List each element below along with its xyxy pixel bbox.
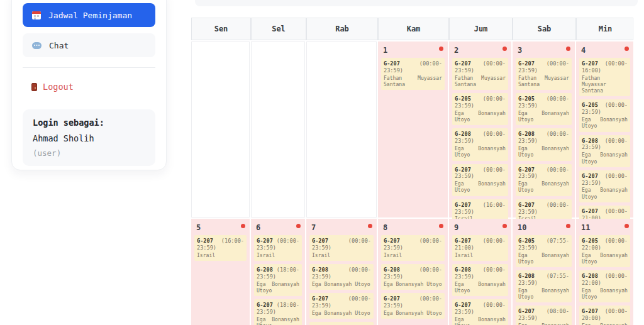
day-events-list: G-207 (00:00-21:00)IsrailG-208 (00:00-23…: [452, 235, 509, 325]
day-events-list: G-207 (00:00-16:00)Fathan Muyassar Santa…: [579, 58, 631, 231]
event[interactable]: G-208 (00:00-23:59)Ega Bonansyah Utoyo: [381, 264, 445, 290]
event[interactable]: G-207 (18:00-23:59)Ega Bonansyah Utoyo: [254, 299, 302, 325]
event-room-time: G-207 (00:00-23:59): [455, 167, 506, 180]
event-room-time: G-205 (00:00-23:59): [582, 102, 628, 116]
event[interactable]: G-205 (00:00-23:59)Ega Bonansyah Utoyo: [452, 93, 508, 125]
event[interactable]: G-207 (00:00-23:59)Israil: [254, 235, 302, 261]
day-cell-8[interactable]: 8G-207 (00:00-23:59)IsrailG-208 (00:00-2…: [378, 219, 448, 325]
event[interactable]: G-207 (00:00-23:59)Ega Bonansyah Utoyo: [452, 299, 508, 325]
event-room: G-207: [312, 238, 328, 244]
day-cell-6[interactable]: 6G-207 (00:00-23:59)IsrailG-208 (18:00-2…: [251, 219, 305, 325]
sidebar-item-jadwal-peminjaman[interactable]: Jadwal Peminjaman: [23, 3, 155, 27]
event-borrower-name: Ega Bonansyah Utoyo: [582, 252, 628, 265]
event-borrower-name: Fathan Muyassar Santana: [455, 75, 506, 88]
day-indicator-dot: [439, 224, 443, 228]
event-borrower-name: Ega Bonansyah Utoyo: [582, 151, 628, 165]
event[interactable]: G-208 (00:00-23:59)Ega Bonansyah Utoyo: [452, 264, 508, 296]
event-room: G-207: [518, 60, 535, 67]
event[interactable]: G-207 (00:00-23:59)Ega Bonansyah Utoyo: [452, 164, 508, 196]
day-number: 11: [581, 223, 590, 232]
event[interactable]: G-207 (00:00-23:59)Ega Bonansyah Utoyo: [579, 170, 630, 202]
event-room: G-205: [455, 96, 471, 102]
day-events-list: G-207 (00:00-23:59)Fathan Muyassar Santa…: [515, 58, 572, 225]
event-room: G-207: [455, 60, 471, 67]
event-room: G-207: [582, 173, 598, 179]
event-borrower-name: Ega Bonansyah Utoyo: [455, 110, 506, 123]
event[interactable]: G-208 (00:00-23:59)Ega Bonansyah Utoyo: [516, 128, 572, 160]
day-cell-1[interactable]: 1G-207 (00:00-23:59)Fathan Muyassar Sant…: [378, 41, 448, 218]
event[interactable]: G-208 (18:00-23:59)Ega Bonansyah Utoyo: [254, 264, 302, 296]
event[interactable]: G-208 (00:00-23:59)Ega Bonansyah Utoyo: [309, 264, 374, 290]
event[interactable]: G-207 (00:00-23:59)Ega Bonansyah Utoyo: [381, 293, 445, 319]
event[interactable]: G-205 (00:00-23:59)Ega Bonansyah Utoyo: [516, 93, 572, 125]
event-room-time: G-208 (00:00-23:59): [582, 138, 628, 151]
day-number: 10: [518, 223, 526, 232]
event[interactable]: G-208 (00:00-22:00)Ega Bonansyah Utoyo: [579, 270, 630, 302]
day-cell-9[interactable]: 9G-207 (00:00-21:00)IsrailG-208 (00:00-2…: [449, 219, 511, 325]
day-cell-10[interactable]: 10G-205 (07:55-23:59)Ega Bonansyah Utoyo…: [513, 219, 575, 325]
event-borrower-name: Ega Bonansyah Utoyo: [518, 110, 569, 123]
day-cell-11[interactable]: 11G-205 (00:00-22:00)Ega Bonansyah Utoyo…: [576, 219, 633, 325]
day-cell-5[interactable]: 5G-207 (16:00-23:59)Israil: [191, 219, 250, 325]
event[interactable]: G-207 (16:00-23:59)Israil: [194, 235, 247, 261]
event-borrower-name: Ega Bonansyah Utoyo: [455, 316, 506, 325]
day-indicator-dot: [625, 47, 629, 51]
day-cell-4[interactable]: 4G-207 (00:00-16:00)Fathan Muyassar Sant…: [576, 41, 633, 218]
event-borrower-name: Fathan Muyassar Santana: [384, 75, 442, 88]
event-room-time: G-207 (00:00-23:59): [518, 202, 569, 216]
event-room: G-205: [582, 102, 598, 108]
event-room: G-208: [518, 273, 535, 279]
event[interactable]: G-207 (00:00-23:59)Fathan Muyassar Santa…: [381, 58, 445, 90]
event[interactable]: G-207 (00:00-20:00)Ega Bonansyah Utoyo: [579, 306, 630, 325]
event[interactable]: G-207 (00:00-21:00)Israil: [452, 235, 508, 261]
weekday-header-sen: Sen: [192, 18, 250, 40]
event-borrower-name: Ega Bonansyah Utoyo: [518, 145, 569, 158]
event-room-time: G-207 (00:00-20:00): [582, 308, 628, 322]
day-cell-empty: [191, 41, 250, 218]
day-cell-header: 4: [579, 44, 631, 58]
event[interactable]: G-207 (08:00-23:59)Ega Bonansyah Utoyo: [516, 306, 572, 325]
event[interactable]: G-208 (00:00-23:59)Ega Bonansyah Utoyo: [452, 128, 508, 160]
day-cell-header: 2: [452, 44, 509, 58]
event[interactable]: G-207 (00:00-23:59)Ega Bonansyah Utoyo: [516, 164, 572, 196]
event[interactable]: G-207 (00:00-23:59)Fathan Muyassar Santa…: [516, 58, 572, 90]
day-events-list: G-207 (00:00-23:59)IsrailG-208 (18:00-23…: [253, 235, 303, 325]
event-room: G-207: [518, 167, 535, 173]
day-number: 8: [383, 223, 387, 232]
event[interactable]: G-207 (00:00-23:59)Israil: [309, 235, 374, 261]
event[interactable]: G-205 (00:00-22:00)Ega Bonansyah Utoyo: [579, 235, 630, 267]
event-borrower-name: Israil: [384, 252, 442, 258]
event[interactable]: G-207 (16:00-00:00): [309, 322, 374, 325]
event[interactable]: G-205 (07:55-23:59)Ega Bonansyah Utoyo: [516, 235, 572, 267]
event[interactable]: G-208 (07:55-23:59)Ega Bonansyah Utoyo: [516, 270, 572, 302]
day-cell-2[interactable]: 2G-207 (00:00-23:59)Fathan Muyassar Sant…: [449, 41, 511, 218]
event[interactable]: G-207 (00:00-23:59)Fathan Muyassar Santa…: [452, 58, 508, 90]
event[interactable]: G-208 (00:00-23:59)Ega Bonansyah Utoyo: [579, 135, 630, 167]
day-cell-3[interactable]: 3G-207 (00:00-23:59)Fathan Muyassar Sant…: [513, 41, 575, 218]
event-room-time: G-208 (00:00-23:59): [384, 267, 442, 280]
event-borrower-name: Israil: [257, 252, 299, 258]
event-room: G-207: [384, 295, 400, 302]
day-cell-7[interactable]: 7G-207 (00:00-23:59)IsrailG-208 (00:00-2…: [306, 219, 377, 325]
day-indicator-dot: [241, 224, 245, 228]
event-borrower-name: Israil: [312, 252, 371, 258]
calendar-week-row: 5G-207 (16:00-23:59)Israil6G-207 (00:00-…: [191, 219, 633, 325]
event[interactable]: G-207 (00:00-16:00)Fathan Muyassar Santa…: [579, 58, 630, 96]
event-borrower-name: Ega Bonansyah Utoyo: [518, 322, 569, 325]
event[interactable]: G-207 (00:00-23:59)Israil: [381, 235, 445, 261]
sidebar-item-chat[interactable]: Chat: [23, 33, 155, 57]
event-borrower-name: Ega Bonansyah Utoyo: [384, 310, 442, 316]
logout-button[interactable]: Logout: [23, 79, 155, 94]
event-room: G-208: [455, 131, 471, 137]
event[interactable]: G-205 (00:00-23:59)Ega Bonansyah Utoyo: [579, 99, 630, 131]
day-number: 1: [383, 46, 387, 55]
event-borrower-name: Ega Bonansyah Utoyo: [518, 287, 569, 300]
day-indicator-dot: [368, 224, 372, 228]
event-room-time: G-207 (00:00-23:59): [312, 295, 371, 309]
event-room: G-208: [518, 131, 535, 137]
event[interactable]: G-207 (00:00-23:59)Ega Bonansyah Utoyo: [309, 293, 374, 319]
event-room-time: G-207 (16:00-23:59): [197, 238, 244, 251]
event-room-time: G-207 (00:00-23:59): [455, 60, 506, 74]
event-borrower-name: Ega Bonansyah Utoyo: [582, 116, 628, 129]
event-room: G-205: [518, 96, 535, 102]
